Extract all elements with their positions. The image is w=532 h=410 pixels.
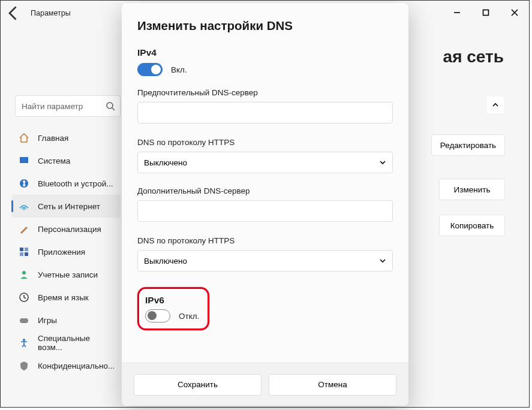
- sidebar-item-accounts[interactable]: Учетные записи: [11, 263, 121, 286]
- save-button-label: Сохранить: [178, 380, 218, 389]
- sidebar-item-label: Главная: [38, 134, 68, 143]
- doh1-select[interactable]: Выключено: [137, 152, 393, 173]
- sidebar-item-privacy[interactable]: Конфиденциально...: [11, 354, 121, 377]
- dialog-footer: Сохранить Отмена: [122, 363, 408, 406]
- svg-rect-8: [25, 252, 28, 256]
- ipv4-toggle-label: Вкл.: [171, 65, 187, 74]
- sidebar-item-home[interactable]: Главная: [11, 126, 121, 149]
- search-placeholder: Найти параметр: [22, 102, 83, 111]
- sidebar-item-system[interactable]: Система: [11, 149, 121, 172]
- alternate-dns-label: Дополнительный DNS-сервер: [137, 186, 393, 195]
- svg-rect-6: [25, 248, 28, 251]
- alternate-dns-input[interactable]: [137, 200, 393, 222]
- maximize-icon: [482, 9, 489, 16]
- bluetooth-icon: [19, 178, 29, 189]
- svg-rect-7: [20, 252, 23, 256]
- gaming-icon: [19, 315, 29, 325]
- preferred-dns-label: Предпочтительный DNS-сервер: [137, 88, 393, 97]
- accounts-icon: [19, 269, 29, 280]
- change-button-label: Изменить: [454, 185, 491, 194]
- sidebar-item-personalization[interactable]: Персонализация: [11, 218, 121, 240]
- sidebar-item-label: Bluetooth и устрой...: [38, 179, 113, 188]
- ipv6-toggle-row: Откл.: [145, 309, 199, 322]
- sidebar-item-label: Приложения: [38, 248, 85, 257]
- ipv6-highlighted-block: IPv6 Откл.: [137, 287, 209, 330]
- back-button[interactable]: [5, 5, 22, 22]
- svg-rect-0: [483, 10, 489, 16]
- sidebar-item-apps[interactable]: Приложения: [11, 240, 121, 263]
- copy-button[interactable]: Копировать: [439, 215, 505, 236]
- search-input[interactable]: Найти параметр: [15, 95, 121, 117]
- cancel-button[interactable]: Отмена: [269, 374, 396, 396]
- chevron-up-icon: [492, 101, 499, 108]
- ipv4-toggle[interactable]: [137, 63, 163, 76]
- page-heading-partial: ая сеть: [443, 47, 504, 67]
- edit-button-label: Редактировать: [440, 141, 496, 150]
- ipv4-heading: IPv4: [137, 47, 393, 58]
- sidebar-item-label: Учетные записи: [38, 270, 98, 279]
- window-controls: [443, 1, 529, 25]
- chevron-down-icon: [379, 257, 386, 264]
- minimize-icon: [453, 9, 461, 16]
- svg-rect-5: [20, 248, 23, 251]
- minimize-button[interactable]: [443, 1, 471, 25]
- maximize-button[interactable]: [471, 1, 500, 25]
- network-icon: [19, 201, 29, 212]
- svg-point-12: [23, 339, 25, 341]
- chevron-down-icon: [379, 159, 386, 166]
- close-icon: [511, 9, 518, 16]
- expand-chevron[interactable]: [487, 97, 504, 113]
- home-icon: [19, 132, 29, 143]
- sidebar-item-time[interactable]: Время и язык: [11, 286, 121, 309]
- edit-button[interactable]: Редактировать: [431, 134, 505, 156]
- sidebar-nav: Главная Система Bluetooth и устрой... Се…: [11, 126, 121, 377]
- ipv4-toggle-row: Вкл.: [137, 63, 393, 76]
- save-button[interactable]: Сохранить: [134, 374, 262, 396]
- sidebar-item-label: Сеть и Интернет: [38, 202, 100, 211]
- close-button[interactable]: [500, 1, 529, 25]
- svg-point-4: [23, 209, 25, 210]
- ipv6-toggle[interactable]: [145, 309, 170, 322]
- privacy-icon: [19, 360, 29, 371]
- sidebar-item-bluetooth[interactable]: Bluetooth и устрой...: [11, 172, 121, 195]
- search-icon: [106, 101, 115, 113]
- personalize-icon: [19, 224, 29, 234]
- ipv6-toggle-label: Откл.: [179, 312, 199, 321]
- svg-rect-2: [20, 157, 28, 163]
- doh1-value: Выключено: [144, 158, 187, 167]
- ipv6-heading: IPv6: [145, 295, 199, 306]
- sidebar-item-label: Система: [38, 156, 70, 165]
- settings-window: Параметры ая сеть Редактировать Изменить…: [0, 0, 530, 408]
- dns-settings-dialog: Изменить настройки DNS IPv4 Вкл. Предпоч…: [122, 3, 408, 406]
- sidebar-item-label: Игры: [38, 316, 57, 325]
- cancel-button-label: Отмена: [318, 380, 347, 389]
- dialog-title: Изменить настройки DNS: [137, 19, 393, 33]
- system-icon: [19, 155, 29, 166]
- apps-icon: [19, 246, 29, 257]
- doh2-label: DNS по протоколу HTTPS: [137, 236, 393, 245]
- sidebar-item-label: Конфиденциально...: [38, 361, 115, 370]
- doh2-select[interactable]: Выключено: [137, 250, 393, 272]
- doh2-value: Выключено: [144, 257, 187, 266]
- accessibility-icon: [19, 337, 29, 348]
- svg-point-9: [22, 271, 26, 275]
- sidebar-item-label: Специальные возм...: [38, 334, 113, 352]
- arrow-left-icon: [5, 5, 22, 22]
- dialog-body: Изменить настройки DNS IPv4 Вкл. Предпоч…: [122, 3, 408, 363]
- copy-button-label: Копировать: [450, 221, 494, 230]
- time-icon: [19, 292, 29, 303]
- sidebar-item-accessibility[interactable]: Специальные возм...: [11, 331, 121, 354]
- doh1-label: DNS по протоколу HTTPS: [137, 138, 393, 147]
- change-button[interactable]: Изменить: [439, 179, 505, 200]
- sidebar-item-gaming[interactable]: Игры: [11, 309, 121, 331]
- svg-rect-11: [20, 318, 28, 323]
- sidebar-item-label: Персонализация: [38, 225, 101, 234]
- sidebar-item-label: Время и язык: [38, 293, 89, 302]
- sidebar-item-network[interactable]: Сеть и Интернет: [11, 195, 121, 218]
- svg-point-1: [107, 103, 113, 108]
- preferred-dns-input[interactable]: [137, 102, 393, 123]
- window-title: Параметры: [31, 9, 71, 17]
